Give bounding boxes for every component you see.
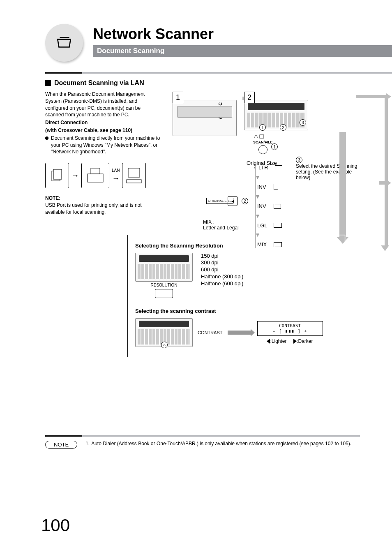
pc-icon xyxy=(122,163,146,188)
flow-arrow-icon xyxy=(385,95,388,247)
darker-label: :Darker xyxy=(297,338,313,344)
circled-3-icon: 3 xyxy=(296,157,302,163)
mix-label-2: Letter and Legal xyxy=(203,225,239,231)
step-1-box: 1 xyxy=(173,92,183,103)
resolution-option: Halftone (600 dpi) xyxy=(201,280,243,287)
left-key-icon: ◂ xyxy=(228,196,238,206)
page-landscape-icon xyxy=(274,223,282,228)
section-bullet-icon xyxy=(45,80,51,86)
intro-text: When the Panasonic Document Management S… xyxy=(45,91,160,118)
lan-label: LAN xyxy=(112,168,120,173)
svg-rect-5 xyxy=(128,168,140,177)
scanner-device-illustration: A B C xyxy=(173,100,237,136)
document-label: A B C xyxy=(218,101,223,120)
resolution-key-icon xyxy=(155,289,173,298)
lighter-label: :Lighter xyxy=(270,338,286,344)
resolution-option: 300 dpi xyxy=(201,259,243,266)
resolution-key-caption: RESOLUTION xyxy=(135,283,193,287)
circled-2-icon: 2 xyxy=(280,124,286,131)
circled-1-icon: 1 xyxy=(271,143,278,150)
circled-2-icon: 2 xyxy=(242,198,248,204)
documents-icon xyxy=(45,163,69,188)
scanner-icon xyxy=(55,34,73,51)
bullet-text: Document Scanning directly from your mac… xyxy=(51,135,160,155)
resolution-option: Halftone (300 dpi) xyxy=(201,273,243,280)
svg-rect-2 xyxy=(53,169,62,179)
settings-example-box: Selecting the Scanning Resolution RESOLU… xyxy=(127,235,345,357)
footer-note-text: Auto Dialer (Address Book or One-Touch/A… xyxy=(91,441,351,446)
circled-a-icon: A xyxy=(161,342,168,348)
arrow-right-icon xyxy=(386,180,391,186)
resolution-option: 600 dpi xyxy=(201,266,243,273)
svg-rect-3 xyxy=(88,174,103,182)
contrast-lcd-display: CONTRAST - [ ∎∎∎ ] + xyxy=(257,321,323,336)
resolution-heading: Selecting the Scanning Resolution xyxy=(135,243,337,249)
circled-3-icon: 3 xyxy=(300,119,306,126)
mfp-icon xyxy=(81,163,109,188)
bullet-icon xyxy=(45,136,48,140)
page-portrait-icon xyxy=(274,184,278,190)
direct-connection-heading: Direct Connection xyxy=(45,119,160,126)
flow-arrow-icon xyxy=(339,132,346,239)
arrow-right-icon: → xyxy=(112,174,120,183)
flow-arrow-icon xyxy=(356,95,388,98)
page-landscape-icon xyxy=(275,165,282,170)
note-text: USB Port is used for printing only, and … xyxy=(45,202,160,216)
triangle-right-icon xyxy=(293,339,297,344)
direct-connection-sub: (with Crossover Cable, see page 110) xyxy=(45,127,160,134)
svg-rect-4 xyxy=(91,168,100,174)
arrow-down-icon xyxy=(381,245,389,251)
note-heading: NOTE: xyxy=(45,195,160,202)
control-panel-illustration: 1 3 2 xyxy=(244,100,308,130)
section-heading: Document Scanning via LAN xyxy=(54,79,144,87)
page-number: 100 xyxy=(41,516,70,535)
contrast-heading: Selecting the scanning contrast xyxy=(135,308,337,314)
scan-file-key: SCAN/FILE xyxy=(253,134,273,154)
arrow-right-icon: → xyxy=(71,171,79,181)
resolution-option: 150 dpi xyxy=(201,253,243,260)
circled-1-icon: 1 xyxy=(259,124,266,131)
lan-diagram: → LAN → xyxy=(45,160,160,192)
page-subtitle: Document Scanning xyxy=(93,45,392,57)
note-chip: NOTE xyxy=(45,441,77,449)
note-number: 1. xyxy=(85,441,90,446)
mix-label-1: MIX : xyxy=(203,219,239,225)
divider xyxy=(45,435,360,437)
arrow-right-icon xyxy=(228,331,252,335)
page-title: Network Scanner xyxy=(93,25,360,43)
svg-rect-7 xyxy=(260,135,264,138)
divider xyxy=(45,72,392,74)
svg-rect-6 xyxy=(127,180,141,183)
contrast-key-label: CONTRAST xyxy=(198,330,223,335)
scanner-section-icon xyxy=(45,24,83,62)
step-2-box: 2 xyxy=(244,92,255,103)
page-landscape-icon xyxy=(274,204,281,209)
control-panel-illustration xyxy=(135,253,193,282)
select-setting-text: Select the desired Scanning setting. (Se… xyxy=(296,163,357,180)
control-panel-illustration: A xyxy=(135,318,193,347)
